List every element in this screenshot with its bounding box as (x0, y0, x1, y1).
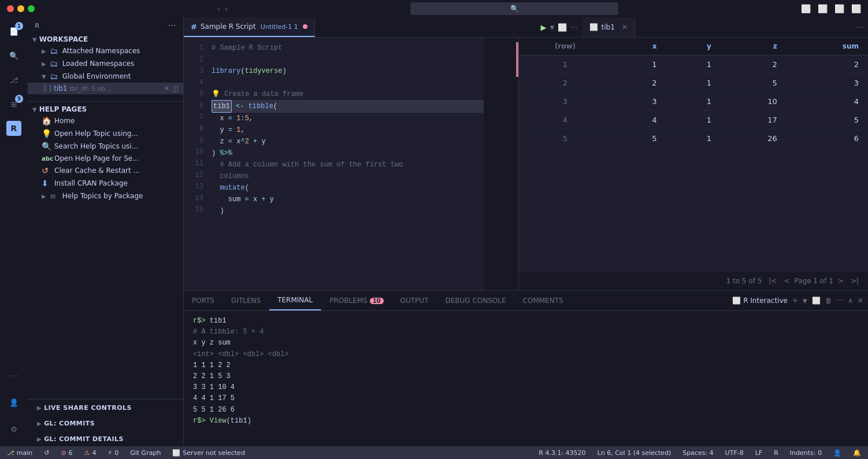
minimize-button[interactable] (17, 5, 24, 12)
activity-explorer[interactable]: 📄 1 (2, 20, 25, 43)
status-server[interactable]: ⬜ Server not selected (170, 449, 247, 457)
panel-toggle-icon[interactable]: ⬜ (801, 4, 811, 13)
last-page-button[interactable]: >| (848, 276, 861, 286)
activity-accounts[interactable]: 👤 (2, 391, 25, 414)
status-r-version[interactable]: R 4.3.1: 43520 (536, 449, 588, 457)
delete-terminal-button[interactable]: 🗑 (825, 297, 832, 305)
tab-debug-console[interactable]: DEBUG CONSOLE (437, 291, 514, 310)
first-page-button[interactable]: |< (766, 276, 779, 286)
row-index-cell: 2 (519, 74, 611, 92)
tab-ports[interactable]: PORTS (184, 291, 223, 310)
status-errors[interactable]: ⊘ 6 (58, 449, 75, 457)
sidebar-item-loaded-namespaces[interactable]: ▶ 🗂 Loaded Namespaces (28, 57, 183, 70)
tab-r-script[interactable]: # Sample R Script Untitled-1 1 (184, 17, 315, 37)
sidebar-item-search-help[interactable]: 🔍 Search Help Topics usi... (28, 140, 183, 153)
sidebar-item-global-environment[interactable]: ▼ 🗂 Global Environment (28, 70, 183, 83)
nav-forward-button[interactable]: › (225, 5, 228, 13)
code-content[interactable]: # Sample R Script library(tidyverse) 💡 C… (207, 38, 484, 290)
tab-comments[interactable]: COMMENTS (515, 291, 572, 310)
sidebar-item-tib1[interactable]: [ ] tib1 tbl_df: 5 ob... ✕ ◫ (28, 83, 183, 94)
close-button[interactable] (7, 5, 14, 12)
activity-remote[interactable]: ⋯ (2, 364, 25, 387)
tib1-view-icon[interactable]: ◫ (172, 84, 179, 92)
sidebar-toggle-icon[interactable]: ⬜ (834, 4, 844, 13)
terminal-line-7: 3 3 1 10 4 (193, 382, 859, 393)
tab-problems[interactable]: PROBLEMS 10 (321, 291, 392, 310)
gl-commit-details-header[interactable]: ▶ GL: COMMIT DETAILS (28, 433, 183, 444)
tab-gitlens[interactable]: GITLENS (223, 291, 269, 310)
status-sync[interactable]: ↺ (42, 449, 51, 457)
terminal-line-4: <int> <dbl> <dbl> <dbl> (193, 349, 859, 360)
status-branch[interactable]: ⎇ main (5, 449, 35, 457)
sidebar-item-install-cran[interactable]: ⬇ Install CRAN Package (28, 177, 183, 190)
tab-terminal[interactable]: TERMINAL (269, 291, 321, 310)
install-cran-label: Install CRAN Package (54, 179, 128, 187)
live-share-header[interactable]: ▶ LIVE SHARE CONTROLS (28, 402, 183, 413)
install-icon: ⬇ (42, 179, 51, 188)
split-editor-button[interactable]: ⬜ (558, 23, 567, 32)
sidebar-item-clear-cache[interactable]: ↺ Clear Cache & Restart ... (28, 164, 183, 177)
status-language[interactable]: R (771, 449, 781, 457)
sidebar-more-icon[interactable]: ··· (168, 22, 176, 29)
loaded-namespaces-label: Loaded Namespaces (62, 60, 134, 68)
activity-extensions[interactable]: ⊞ 5 (2, 92, 25, 116)
sidebar-item-home[interactable]: 🏠 Home (28, 114, 183, 127)
window-controls[interactable] (7, 5, 35, 12)
tib1-type-label: tbl_df: 5 ob... (69, 85, 111, 92)
next-page-button[interactable]: > (836, 276, 846, 286)
bottom-panel: PORTS GITLENS TERMINAL PROBLEMS 10 OUTPU… (184, 290, 868, 446)
activity-search[interactable]: 🔍 (2, 44, 25, 67)
panel-actions: ⬜ R Interactive + ▼ ⬜ 🗑 ··· ∧ ✕ (728, 291, 868, 310)
status-encoding[interactable]: UTF-8 (723, 449, 746, 457)
table-area[interactable]: (row) x y z sum 111222215333110444117555… (519, 38, 868, 272)
prev-page-button[interactable]: < (781, 276, 792, 286)
split-terminal-button[interactable]: ⬜ (812, 297, 821, 305)
gl-commits-header[interactable]: ▶ GL: COMMITS (28, 417, 183, 428)
nav-back-button[interactable]: ‹ (217, 5, 220, 13)
search-bar[interactable]: 🔍 (410, 2, 618, 15)
status-git-compare[interactable]: ⚡ 0 (105, 449, 121, 457)
data-cell: 1 (666, 92, 720, 111)
panel-close-button[interactable]: ✕ (858, 297, 863, 305)
maximize-button[interactable] (28, 5, 35, 12)
sidebar-item-open-help-topic[interactable]: 💡 Open Help Topic using... (28, 127, 183, 140)
status-warnings[interactable]: ⚠ 4 (82, 449, 99, 457)
data-cell: 5 (721, 74, 787, 92)
split-editor-icon[interactable]: ⬜ (818, 4, 828, 13)
workspace-section-header[interactable]: ▼ WORKSPACE (28, 34, 183, 45)
status-eol[interactable]: LF (753, 449, 765, 457)
layout-icon[interactable]: ⬜ (851, 4, 861, 13)
tib1-close-icon[interactable]: ✕ (164, 84, 170, 92)
activity-settings[interactable]: ⚙ (2, 417, 25, 441)
tib1-tab-close[interactable]: ✕ (622, 23, 628, 31)
table-panel-more[interactable]: ··· (856, 23, 863, 32)
run-dropdown-icon[interactable]: ▼ (550, 24, 554, 31)
panel-maximize-button[interactable]: ∧ (848, 297, 853, 305)
sidebar-item-help-topics-by-package[interactable]: ▶ ≡ Help Topics by Package (28, 190, 183, 202)
help-pages-section-header[interactable]: ▼ HELP PAGES (28, 104, 183, 114)
status-bell[interactable]: 🔔 (851, 449, 863, 457)
terminal-content[interactable]: r$> tib1 # A tibble: 5 × 4 x y z sum <in… (184, 311, 868, 446)
server-icon: ⬜ (172, 449, 180, 457)
activity-source-control[interactable]: ⎇ (2, 68, 25, 91)
status-spaces[interactable]: Spaces: 4 (680, 449, 715, 457)
navigation-buttons[interactable]: ‹ › (217, 5, 228, 13)
run-button[interactable]: ▶ (540, 23, 546, 32)
status-line-col[interactable]: Ln 6, Col 1 (4 selected) (595, 449, 674, 457)
sidebar-item-attached-namespaces[interactable]: ▶ 🗂 Attached Namespaces (28, 45, 183, 57)
tab-output[interactable]: OUTPUT (392, 291, 437, 310)
code-editor[interactable]: 1 2 3 4 5 6 7 8 9 10 11 12 13 14 (184, 38, 519, 290)
sidebar: R ··· ▼ WORKSPACE ▶ 🗂 Attached Namespace… (28, 17, 184, 446)
terminal-dropdown-icon[interactable]: ▼ (803, 298, 807, 304)
status-right: R 4.3.1: 43520 Ln 6, Col 1 (4 selected) … (536, 449, 868, 457)
tab-tib1[interactable]: ⬜ tib1 ✕ (583, 17, 635, 37)
titlebar-actions[interactable]: ⬜ ⬜ ⬜ ⬜ (801, 4, 861, 13)
sidebar-item-open-help-page[interactable]: abc Open Help Page for Se... (28, 153, 183, 164)
status-indents[interactable]: Indents: 0 (788, 449, 824, 457)
status-remote-icon[interactable]: 👤 (831, 449, 844, 457)
terminal-more-button[interactable]: ··· (837, 297, 843, 305)
status-git-graph[interactable]: Git Graph (128, 449, 163, 457)
new-terminal-button[interactable]: + (792, 297, 798, 305)
editor-more-button[interactable]: ··· (570, 23, 577, 32)
activity-r-logo[interactable]: R (2, 117, 25, 140)
